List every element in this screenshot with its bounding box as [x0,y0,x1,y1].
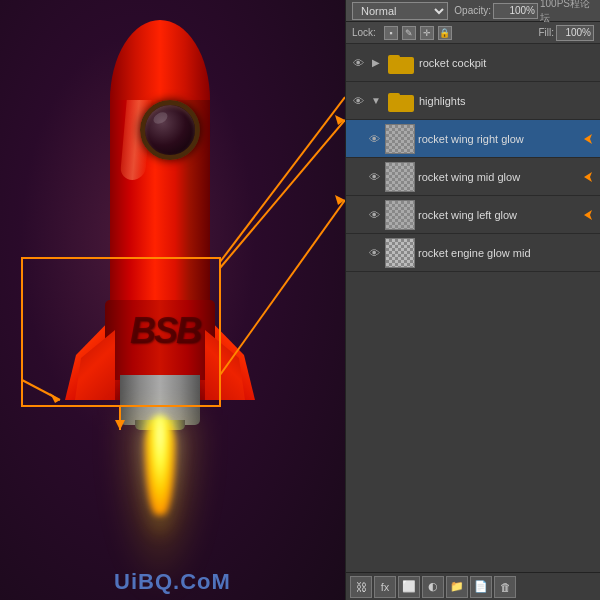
layer-name-wing-mid: rocket wing mid glow [418,171,577,183]
layer-row-wing-mid[interactable]: 👁 rocket wing mid glow [346,158,600,196]
fx-btn[interactable]: fx [374,576,396,598]
expand-cockpit[interactable]: ▶ [369,56,383,70]
rocket-text: BSB [130,310,200,352]
adjustment-btn[interactable]: ◐ [422,576,444,598]
layer-row-rocket-cockpit[interactable]: 👁 ▶ rocket cockpit [346,44,600,82]
folder-btn[interactable]: 📁 [446,576,468,598]
rocket-mid-section: BSB [105,300,215,380]
svg-rect-11 [388,55,400,61]
opacity-group: Opacity: 100PS程论坛 [454,0,594,25]
watermark: UiBQ.CoM [114,569,231,595]
layer-row-wing-right[interactable]: 👁 rocket wing right glow [346,120,600,158]
layer-name-wing-right: rocket wing right glow [418,133,577,145]
svg-marker-16 [584,210,592,220]
mask-btn[interactable]: ⬜ [398,576,420,598]
eye-icon-wing-left[interactable]: 👁 [366,207,382,223]
svg-marker-2 [335,115,345,125]
layer-name-engine-glow: rocket engine glow mid [418,247,596,259]
layer-thumb-highlights [386,86,416,116]
layer-row-highlights[interactable]: 👁 ▼ highlights [346,82,600,120]
trash-btn[interactable]: 🗑 [494,576,516,598]
fill-group: Fill: [538,25,594,41]
link-layers-btn[interactable]: ⛓ [350,576,372,598]
rocket-nose [110,20,210,100]
layer-row-wing-left[interactable]: 👁 rocket wing left glow [346,196,600,234]
opacity-input[interactable] [493,3,538,19]
layer-name-highlights: highlights [419,95,596,107]
lock-move-btn[interactable]: ✛ [420,26,434,40]
layer-thumb-cockpit [386,48,416,78]
canvas-area: BSB UiBQ.CoM [0,0,345,600]
fill-label: Fill: [538,27,554,38]
eye-icon-wing-mid[interactable]: 👁 [366,169,382,185]
svg-marker-14 [584,134,592,144]
rocket-flame [135,415,185,535]
layer-thumb-engine-glow [385,238,415,268]
layer-row-engine-glow[interactable]: 👁 rocket engine glow mid [346,234,600,272]
lock-position-btn[interactable]: ✎ [402,26,416,40]
eye-icon-cockpit[interactable]: 👁 [350,55,366,71]
svg-marker-4 [335,195,345,205]
rocket-container: BSB [50,20,270,540]
layer-name-wing-left: rocket wing left glow [418,209,577,221]
eye-icon-wing-right[interactable]: 👁 [366,131,382,147]
layer-name-cockpit: rocket cockpit [419,57,596,69]
svg-rect-13 [388,93,400,99]
svg-marker-15 [584,172,592,182]
layer-thumb-wing-left [385,200,415,230]
annotation-arrow-wing-right [580,131,596,147]
blend-mode-select[interactable]: Normal [352,2,448,20]
annotation-arrow-wing-left [580,207,596,223]
fill-input[interactable] [556,25,594,41]
annotation-arrow-wing-mid [580,169,596,185]
eye-icon-highlights[interactable]: 👁 [350,93,366,109]
eye-icon-engine-glow[interactable]: 👁 [366,245,382,261]
layer-thumb-wing-mid [385,162,415,192]
layer-thumb-wing-right [385,124,415,154]
lock-label: Lock: [352,27,376,38]
panel-bottom-toolbar: ⛓ fx ⬜ ◐ 📁 📄 🗑 [346,572,600,600]
layers-panel: Normal Opacity: 100PS程论坛 Lock: ▪ ✎ ✛ 🔒 F… [345,0,600,600]
lock-all-btn[interactable]: 🔒 [438,26,452,40]
ps-watermark: 100PS程论坛 [540,0,594,25]
opacity-label: Opacity: [454,5,491,16]
panel-topbar: Normal Opacity: 100PS程论坛 [346,0,600,22]
lock-bar: Lock: ▪ ✎ ✛ 🔒 Fill: [346,22,600,44]
new-layer-btn[interactable]: 📄 [470,576,492,598]
lock-pixels-btn[interactable]: ▪ [384,26,398,40]
rocket-window [140,100,200,160]
expand-highlights[interactable]: ▼ [369,94,383,108]
